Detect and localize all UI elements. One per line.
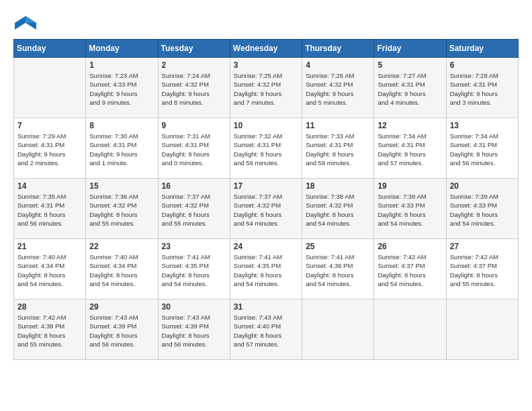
day-number: 23 (162, 242, 226, 251)
day-number: 26 (378, 242, 442, 251)
calendar-cell (14, 58, 86, 118)
day-info: Sunrise: 7:34 AM Sunset: 4:31 PM Dayligh… (450, 132, 515, 167)
day-info: Sunrise: 7:42 AM Sunset: 4:38 PM Dayligh… (17, 313, 82, 349)
day-number: 16 (162, 181, 226, 191)
calendar-cell: 11Sunrise: 7:33 AM Sunset: 4:31 PM Dayli… (302, 118, 374, 179)
calendar-cell: 25Sunrise: 7:41 AM Sunset: 4:36 PM Dayli… (302, 239, 374, 300)
calendar-cell: 27Sunrise: 7:42 AM Sunset: 4:37 PM Dayli… (446, 239, 518, 300)
calendar-cell: 13Sunrise: 7:34 AM Sunset: 4:31 PM Dayli… (446, 118, 518, 179)
day-number: 6 (450, 60, 515, 70)
calendar-cell (302, 300, 374, 360)
calendar-cell: 30Sunrise: 7:43 AM Sunset: 4:39 PM Dayli… (158, 300, 230, 360)
day-info: Sunrise: 7:41 AM Sunset: 4:35 PM Dayligh… (162, 253, 226, 288)
week-row-1: 1Sunrise: 7:23 AM Sunset: 4:33 PM Daylig… (14, 58, 519, 118)
calendar-cell: 26Sunrise: 7:42 AM Sunset: 4:37 PM Dayli… (374, 239, 446, 300)
calendar-cell: 31Sunrise: 7:43 AM Sunset: 4:40 PM Dayli… (230, 300, 302, 360)
day-number: 29 (89, 302, 154, 312)
calendar-cell: 22Sunrise: 7:40 AM Sunset: 4:34 PM Dayli… (86, 239, 158, 300)
calendar-cell: 7Sunrise: 7:29 AM Sunset: 4:31 PM Daylig… (14, 118, 86, 179)
day-number: 17 (234, 181, 298, 191)
col-header-monday: Monday (86, 40, 158, 58)
day-info: Sunrise: 7:28 AM Sunset: 4:31 PM Dayligh… (450, 71, 515, 107)
calendar-cell: 16Sunrise: 7:37 AM Sunset: 4:32 PM Dayli… (158, 179, 230, 239)
day-info: Sunrise: 7:30 AM Sunset: 4:31 PM Dayligh… (89, 132, 154, 167)
day-number: 4 (306, 60, 370, 70)
day-info: Sunrise: 7:27 AM Sunset: 4:31 PM Dayligh… (378, 71, 442, 107)
col-header-wednesday: Wednesday (230, 40, 302, 58)
day-info: Sunrise: 7:43 AM Sunset: 4:39 PM Dayligh… (162, 313, 226, 349)
week-row-2: 7Sunrise: 7:29 AM Sunset: 4:31 PM Daylig… (14, 118, 519, 179)
day-info: Sunrise: 7:36 AM Sunset: 4:32 PM Dayligh… (89, 192, 154, 228)
day-number: 2 (162, 60, 226, 70)
logo-icon (13, 13, 38, 32)
day-info: Sunrise: 7:25 AM Sunset: 4:32 PM Dayligh… (234, 71, 298, 107)
day-info: Sunrise: 7:41 AM Sunset: 4:35 PM Dayligh… (234, 253, 298, 288)
calendar-cell: 23Sunrise: 7:41 AM Sunset: 4:35 PM Dayli… (158, 239, 230, 300)
calendar-cell: 15Sunrise: 7:36 AM Sunset: 4:32 PM Dayli… (86, 179, 158, 239)
day-number: 18 (306, 181, 370, 191)
calendar-cell: 4Sunrise: 7:26 AM Sunset: 4:32 PM Daylig… (302, 58, 374, 118)
day-info: Sunrise: 7:31 AM Sunset: 4:31 PM Dayligh… (162, 132, 226, 167)
day-number: 10 (234, 121, 298, 130)
day-info: Sunrise: 7:29 AM Sunset: 4:31 PM Dayligh… (17, 132, 82, 167)
day-info: Sunrise: 7:43 AM Sunset: 4:40 PM Dayligh… (234, 313, 298, 349)
logo (13, 13, 40, 32)
col-header-sunday: Sunday (14, 40, 86, 58)
calendar-cell: 10Sunrise: 7:32 AM Sunset: 4:31 PM Dayli… (230, 118, 302, 179)
calendar-cell: 29Sunrise: 7:43 AM Sunset: 4:39 PM Dayli… (86, 300, 158, 360)
day-number: 27 (450, 242, 515, 251)
day-number: 8 (89, 121, 154, 130)
day-info: Sunrise: 7:35 AM Sunset: 4:31 PM Dayligh… (17, 192, 82, 228)
day-info: Sunrise: 7:33 AM Sunset: 4:31 PM Dayligh… (306, 132, 370, 167)
day-info: Sunrise: 7:37 AM Sunset: 4:32 PM Dayligh… (234, 192, 298, 228)
day-info: Sunrise: 7:41 AM Sunset: 4:36 PM Dayligh… (306, 253, 370, 288)
calendar-cell: 5Sunrise: 7:27 AM Sunset: 4:31 PM Daylig… (374, 58, 446, 118)
day-info: Sunrise: 7:42 AM Sunset: 4:37 PM Dayligh… (450, 253, 515, 288)
page-header (13, 13, 519, 32)
day-number: 21 (17, 242, 82, 251)
calendar-cell: 9Sunrise: 7:31 AM Sunset: 4:31 PM Daylig… (158, 118, 230, 179)
day-number: 5 (378, 60, 442, 70)
week-row-5: 28Sunrise: 7:42 AM Sunset: 4:38 PM Dayli… (14, 300, 519, 360)
col-header-friday: Friday (374, 40, 446, 58)
calendar-cell: 19Sunrise: 7:39 AM Sunset: 4:33 PM Dayli… (374, 179, 446, 239)
day-info: Sunrise: 7:39 AM Sunset: 4:33 PM Dayligh… (450, 192, 515, 228)
col-header-tuesday: Tuesday (158, 40, 230, 58)
day-number: 14 (17, 181, 82, 191)
day-info: Sunrise: 7:40 AM Sunset: 4:34 PM Dayligh… (17, 253, 82, 288)
day-number: 25 (306, 242, 370, 251)
calendar-cell: 14Sunrise: 7:35 AM Sunset: 4:31 PM Dayli… (14, 179, 86, 239)
day-info: Sunrise: 7:39 AM Sunset: 4:33 PM Dayligh… (378, 192, 442, 228)
day-number: 13 (450, 121, 515, 130)
calendar-cell: 2Sunrise: 7:24 AM Sunset: 4:32 PM Daylig… (158, 58, 230, 118)
calendar-cell: 8Sunrise: 7:30 AM Sunset: 4:31 PM Daylig… (86, 118, 158, 179)
day-number: 11 (306, 121, 370, 130)
day-number: 22 (89, 242, 154, 251)
day-info: Sunrise: 7:34 AM Sunset: 4:31 PM Dayligh… (378, 132, 442, 167)
day-number: 31 (234, 302, 298, 312)
calendar-cell: 12Sunrise: 7:34 AM Sunset: 4:31 PM Dayli… (374, 118, 446, 179)
calendar-cell: 3Sunrise: 7:25 AM Sunset: 4:32 PM Daylig… (230, 58, 302, 118)
week-row-3: 14Sunrise: 7:35 AM Sunset: 4:31 PM Dayli… (14, 179, 519, 239)
calendar-cell: 28Sunrise: 7:42 AM Sunset: 4:38 PM Dayli… (14, 300, 86, 360)
calendar-cell: 20Sunrise: 7:39 AM Sunset: 4:33 PM Dayli… (446, 179, 518, 239)
day-number: 12 (378, 121, 442, 130)
day-info: Sunrise: 7:43 AM Sunset: 4:39 PM Dayligh… (89, 313, 154, 349)
day-number: 19 (378, 181, 442, 191)
day-number: 28 (17, 302, 82, 312)
day-info: Sunrise: 7:38 AM Sunset: 4:32 PM Dayligh… (306, 192, 370, 228)
day-number: 15 (89, 181, 154, 191)
calendar-cell (374, 300, 446, 360)
header-row: SundayMondayTuesdayWednesdayThursdayFrid… (14, 40, 519, 58)
day-info: Sunrise: 7:26 AM Sunset: 4:32 PM Dayligh… (306, 71, 370, 107)
day-info: Sunrise: 7:37 AM Sunset: 4:32 PM Dayligh… (162, 192, 226, 228)
calendar-cell: 18Sunrise: 7:38 AM Sunset: 4:32 PM Dayli… (302, 179, 374, 239)
day-number: 9 (162, 121, 226, 130)
calendar-cell: 6Sunrise: 7:28 AM Sunset: 4:31 PM Daylig… (446, 58, 518, 118)
col-header-thursday: Thursday (302, 40, 374, 58)
calendar-cell: 21Sunrise: 7:40 AM Sunset: 4:34 PM Dayli… (14, 239, 86, 300)
day-number: 20 (450, 181, 515, 191)
calendar-cell (446, 300, 518, 360)
day-number: 24 (234, 242, 298, 251)
calendar-table: SundayMondayTuesdayWednesdayThursdayFrid… (13, 39, 519, 360)
